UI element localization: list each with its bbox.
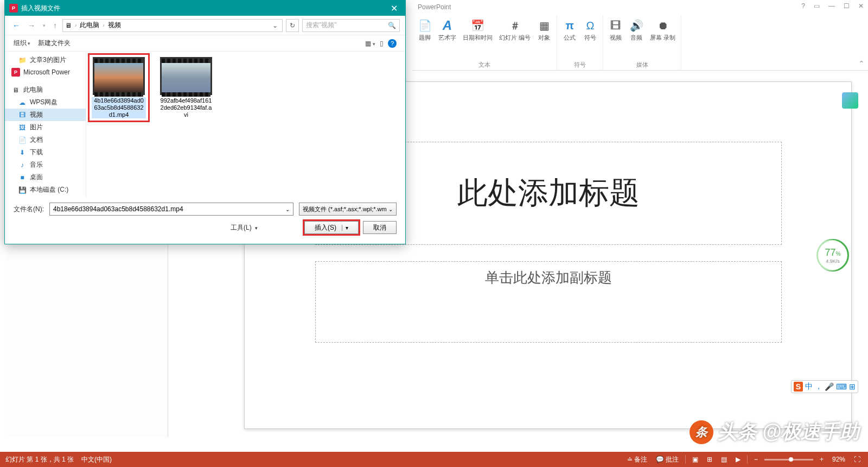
performance-widget[interactable]: 77% 4.9K/s <box>816 239 849 272</box>
dialog-titlebar[interactable]: P 插入视频文件 ✕ <box>5 1 405 16</box>
ime-keyboard-icon[interactable]: ⌨ <box>836 382 847 391</box>
zoom-percent[interactable]: 92% <box>830 455 847 464</box>
dialog-close-button[interactable]: ✕ <box>387 3 401 14</box>
nav-back-button[interactable]: ← <box>10 19 22 32</box>
breadcrumb[interactable]: 🖥 › 此电脑 › 视频 ⌄ <box>62 19 283 32</box>
ribbon-datetime-button[interactable]: 📅日期和时间 <box>462 17 494 42</box>
ime-lang[interactable]: 中 <box>805 382 813 392</box>
status-language[interactable]: 中文(中国) <box>81 455 112 464</box>
sidebar-item-label: 文章3的图片 <box>30 55 66 65</box>
zoom-out-button[interactable]: − <box>752 455 760 464</box>
ribbon-group-symbols: 符号 <box>574 61 586 69</box>
cancel-button[interactable]: 取消 <box>363 221 397 234</box>
filename-input[interactable]: 4b18e66d3894ad063ac5b8d4588632d1.mp4 ⌄ <box>49 203 293 216</box>
disk-icon: 💾 <box>18 186 27 194</box>
powerpoint-icon: P <box>9 4 18 12</box>
view-reading-icon[interactable]: ▤ <box>719 455 729 464</box>
sidebar-item-label: 下载 <box>30 148 43 157</box>
ime-toolbar[interactable]: S 中 ， 🎤 ⌨ ⊞ <box>791 380 858 393</box>
sidebar-item-pc[interactable]: 🖥此电脑 <box>5 84 86 96</box>
chevron-down-icon[interactable]: ⌄ <box>285 206 290 212</box>
insert-split-dropdown[interactable]: ▾ <box>342 225 348 231</box>
ribbon-symbol-button[interactable]: Ω符号 <box>582 17 598 42</box>
desktop-icon: ■ <box>18 173 27 182</box>
organize-button[interactable]: 组织 ▾ <box>14 39 30 48</box>
sidebar-item-desktop[interactable]: ■桌面 <box>5 171 86 184</box>
tools-dropdown[interactable]: 工具(L) ▾ <box>231 223 258 232</box>
nav-forward-button[interactable]: → <box>25 19 37 32</box>
sidebar-item-doc[interactable]: 📄文档 <box>5 134 86 146</box>
ribbon-slidenum-button[interactable]: #️幻灯片 编号 <box>498 17 532 42</box>
ribbon-object-button[interactable]: ▦对象 <box>536 17 552 42</box>
ribbon-collapse-icon[interactable]: ⌃ <box>858 59 865 68</box>
status-bar: 幻灯片 第 1 张，共 1 张 中文(中国) ≐ 备注 💬 批注 ▣ ⊞ ▤ ▶… <box>0 452 868 467</box>
sidebar-item-label: Microsoft Power <box>23 68 70 76</box>
dialog-title: 插入视频文件 <box>21 4 60 13</box>
sidebar-item-video[interactable]: 🎞视频 <box>5 109 86 121</box>
ribbon-audio-button[interactable]: 🔊音频 <box>628 17 644 42</box>
sidebar-item-image[interactable]: 🖼图片 <box>5 121 86 134</box>
file-item[interactable]: 992afb4ef498af1612ded62eb9134faf.avi <box>159 57 213 118</box>
nav-up-button[interactable]: ↑ <box>51 19 59 32</box>
zoom-in-button[interactable]: + <box>818 455 826 464</box>
search-icon: 🔍 <box>388 22 396 29</box>
status-slide-info: 幻灯片 第 1 张，共 1 张 <box>5 455 74 464</box>
subtitle-placeholder[interactable]: 单击此处添加副标题 <box>315 261 782 343</box>
pc-icon: 🖥 <box>11 86 20 94</box>
nav-refresh-button[interactable]: ↻ <box>286 19 299 32</box>
insert-button[interactable]: 插入(S) ▾ <box>304 221 359 234</box>
view-slideshow-icon[interactable]: ▶ <box>733 455 743 464</box>
floating-assistant-icon[interactable] <box>842 92 858 109</box>
ribbon-equation-button[interactable]: π公式 <box>561 17 578 42</box>
ribbon-footer-button[interactable]: 📄题脚 <box>417 17 433 42</box>
sidebar-item-disk[interactable]: 💾本地磁盘 (C:) <box>5 184 86 196</box>
nav-history-dropdown[interactable]: ▾ <box>41 21 48 30</box>
help-icon[interactable]: ? <box>388 39 397 48</box>
file-list-pane[interactable]: 4b18e66d3894ad063ac5b8d4588632d1.mp4992a… <box>86 52 405 198</box>
new-folder-button[interactable]: 新建文件夹 <box>38 39 71 48</box>
dialog-nav-bar: ← → ▾ ↑ 🖥 › 此电脑 › 视频 ⌄ ↻ 搜索"视频" 🔍 <box>5 16 405 35</box>
doc-icon: 📄 <box>18 136 27 144</box>
breadcrumb-dropdown-icon[interactable]: ⌄ <box>270 22 280 29</box>
watermark-avatar-icon: 条 <box>690 420 713 444</box>
ribbon-screenrec-button[interactable]: ⏺屏幕 录制 <box>649 17 676 42</box>
ime-punct-icon[interactable]: ， <box>815 382 822 392</box>
fit-screen-icon[interactable]: ⛶ <box>852 455 863 464</box>
restore-icon[interactable]: ▭ <box>814 2 820 10</box>
sidebar-item-label: 图片 <box>30 123 43 132</box>
breadcrumb-current[interactable]: 视频 <box>108 21 121 30</box>
hint-icon[interactable]: ? <box>801 2 805 10</box>
ribbon-wordart-button[interactable]: A艺术字 <box>437 17 457 42</box>
preview-pane-button[interactable]: ▯ <box>380 40 384 47</box>
filename-label: 文件名(N): <box>14 205 44 214</box>
video-thumbnail-icon <box>93 57 145 95</box>
music-icon: ♪ <box>18 161 27 169</box>
ribbon-group-text: 文本 <box>478 61 490 69</box>
insert-video-dialog: P 插入视频文件 ✕ ← → ▾ ↑ 🖥 › 此电脑 › 视频 ⌄ ↻ 搜索"视… <box>4 0 406 244</box>
view-sorter-icon[interactable]: ⊞ <box>705 455 714 464</box>
sidebar-item-music[interactable]: ♪音乐 <box>5 159 86 171</box>
sidebar-item-label: 此电脑 <box>23 85 43 94</box>
dialog-toolbar: 组织 ▾ 新建文件夹 ▦ ▾ ▯ ? <box>5 35 405 52</box>
breadcrumb-root[interactable]: 此电脑 <box>80 21 99 30</box>
view-normal-icon[interactable]: ▣ <box>690 455 700 464</box>
search-input[interactable]: 搜索"视频" 🔍 <box>302 19 400 32</box>
ime-mic-icon[interactable]: 🎤 <box>825 382 834 391</box>
sidebar-item-p-logo[interactable]: PMicrosoft Power <box>5 66 86 78</box>
filetype-filter-dropdown[interactable]: 视频文件 (*.asf;*.asx;*.wpl;*.wm ⌄ <box>299 203 397 216</box>
maximize-icon[interactable]: ☐ <box>844 2 850 10</box>
sidebar-item-download[interactable]: ⬇下载 <box>5 146 86 159</box>
image-icon: 🖼 <box>18 123 27 132</box>
ime-grid-icon[interactable]: ⊞ <box>849 382 856 391</box>
status-comments-button[interactable]: 💬 批注 <box>654 454 681 465</box>
zoom-slider[interactable] <box>764 459 813 460</box>
close-icon[interactable]: ✕ <box>858 2 864 10</box>
sidebar-item-folder[interactable]: 📁文章3的图片 <box>5 54 86 66</box>
status-notes-button[interactable]: ≐ 备注 <box>625 454 649 465</box>
minimize-icon[interactable]: — <box>828 2 835 10</box>
sidebar-item-cloud[interactable]: ☁WPS网盘 <box>5 96 86 109</box>
ribbon-video-button[interactable]: 🎞视频 <box>608 17 624 42</box>
file-item[interactable]: 4b18e66d3894ad063ac5b8d4588632d1.mp4 <box>92 57 146 118</box>
ribbon: 📄题脚 A艺术字 📅日期和时间 #️幻灯片 编号 ▦对象 文本 π公式 Ω符号 … <box>412 15 868 71</box>
view-mode-button[interactable]: ▦ ▾ <box>365 40 375 47</box>
